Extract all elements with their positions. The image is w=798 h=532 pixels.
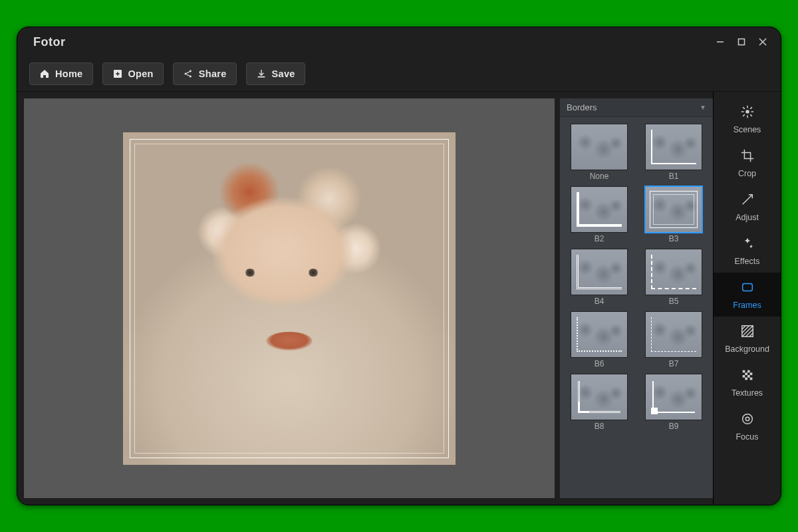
svg-rect-36: [745, 377, 747, 380]
svg-point-7: [184, 73, 186, 75]
share-label: Share: [199, 68, 227, 79]
svg-line-19: [743, 107, 745, 109]
svg-rect-31: [747, 370, 750, 372]
border-thumb-label: B1: [669, 172, 679, 182]
svg-line-29: [749, 332, 753, 336]
border-thumb-label: B8: [595, 422, 604, 432]
tool-adjust[interactable]: Adjust: [714, 185, 781, 229]
tool-frames[interactable]: Frames: [714, 273, 781, 317]
border-thumb-b1[interactable]: B1: [641, 124, 706, 182]
svg-rect-1: [739, 39, 745, 45]
borders-panel-header[interactable]: Borders ▼: [560, 98, 713, 117]
tool-background[interactable]: Background: [714, 317, 781, 360]
tool-label: Scenes: [733, 125, 761, 134]
svg-rect-32: [745, 372, 747, 375]
border-thumb-none[interactable]: None: [567, 124, 632, 182]
tool-textures[interactable]: Textures: [714, 360, 781, 404]
tool-label: Frames: [733, 301, 761, 310]
home-button[interactable]: Home: [29, 63, 93, 85]
svg-line-11: [186, 74, 190, 76]
borders-grid[interactable]: NoneB1B2B3B4B5B6B7B8B9: [560, 117, 713, 498]
border-thumb-label: B6: [595, 359, 604, 370]
border-thumb-b2[interactable]: B2: [567, 186, 632, 245]
tool-scenes[interactable]: Scenes: [714, 97, 781, 141]
window-controls: [713, 35, 770, 49]
save-button[interactable]: Save: [246, 63, 305, 85]
svg-line-26: [741, 325, 749, 332]
photo-preview: [123, 132, 456, 465]
workarea: Borders ▼ NoneB1B2B3B4B5B6B7B8B9 ScenesC…: [17, 91, 781, 505]
adjust-icon: [740, 192, 755, 209]
tool-label: Background: [725, 344, 769, 354]
border-thumb-label: B9: [669, 422, 679, 432]
svg-point-38: [742, 414, 752, 424]
border-thumb-b3[interactable]: B3: [641, 186, 706, 245]
borders-panel-title: Borders: [567, 102, 597, 112]
svg-point-9: [190, 76, 192, 78]
tool-effects[interactable]: Effects: [714, 229, 781, 273]
svg-line-20: [750, 114, 752, 116]
svg-rect-34: [742, 375, 745, 378]
border-thumb-b4[interactable]: B4: [567, 249, 632, 307]
border-thumb-label: B5: [669, 297, 679, 307]
border-thumb-label: B4: [595, 297, 604, 307]
close-button[interactable]: [755, 35, 770, 49]
textures-icon: [740, 368, 755, 384]
tool-focus[interactable]: Focus: [714, 404, 781, 448]
svg-line-22: [750, 107, 752, 109]
border-thumb-label: B3: [669, 234, 679, 245]
home-label: Home: [55, 68, 83, 79]
svg-rect-37: [749, 377, 752, 380]
tool-label: Crop: [738, 169, 756, 178]
tool-label: Effects: [735, 257, 760, 266]
titlebar: Fotor: [17, 27, 781, 57]
main-toolbar: Home Open Share Save: [17, 57, 781, 91]
border-thumb-b5[interactable]: B5: [641, 249, 706, 307]
border-thumb-b6[interactable]: B6: [567, 311, 632, 370]
border-thumb-label: B7: [669, 359, 679, 370]
svg-rect-33: [749, 372, 752, 375]
tool-label: Focus: [735, 432, 758, 442]
effects-icon: [740, 236, 755, 253]
svg-rect-30: [742, 370, 745, 372]
svg-line-25: [741, 325, 745, 329]
share-icon: [183, 68, 194, 79]
tool-label: Adjust: [735, 213, 759, 222]
frames-icon: [740, 280, 755, 297]
svg-point-39: [745, 417, 749, 421]
app-window: Fotor Home Open Share Save: [17, 27, 781, 505]
svg-rect-35: [747, 375, 750, 378]
maximize-button[interactable]: [734, 35, 749, 49]
tool-label: Textures: [732, 388, 763, 398]
svg-rect-23: [742, 283, 752, 291]
collapse-icon: ▼: [700, 104, 706, 111]
borders-panel: Borders ▼ NoneB1B2B3B4B5B6B7B8B9: [560, 98, 713, 498]
tool-crop[interactable]: Crop: [714, 141, 781, 185]
svg-line-28: [745, 329, 753, 336]
applied-frame-overlay: [130, 139, 449, 458]
border-thumb-b7[interactable]: B7: [641, 311, 706, 370]
open-button[interactable]: Open: [102, 63, 164, 85]
background-icon: [740, 324, 755, 340]
border-thumb-b8[interactable]: B8: [567, 374, 632, 432]
app-title: Fotor: [33, 35, 65, 49]
save-label: Save: [272, 68, 295, 79]
svg-point-14: [745, 110, 749, 114]
open-label: Open: [128, 68, 154, 79]
svg-line-10: [186, 72, 190, 74]
crop-icon: [740, 148, 755, 165]
minimize-button[interactable]: [713, 35, 728, 49]
share-button[interactable]: Share: [173, 63, 237, 85]
border-thumb-label: None: [590, 172, 609, 182]
save-icon: [256, 68, 267, 79]
svg-point-8: [190, 70, 192, 72]
canvas[interactable]: [24, 98, 555, 498]
scenes-icon: [740, 104, 755, 121]
open-icon: [112, 68, 123, 79]
focus-icon: [740, 412, 755, 428]
home-icon: [39, 68, 50, 79]
border-thumb-b9[interactable]: B9: [641, 374, 706, 432]
border-thumb-label: B2: [595, 234, 604, 245]
svg-line-21: [743, 114, 745, 116]
tools-sidebar: ScenesCropAdjustEffectsFramesBackgroundT…: [713, 92, 781, 505]
